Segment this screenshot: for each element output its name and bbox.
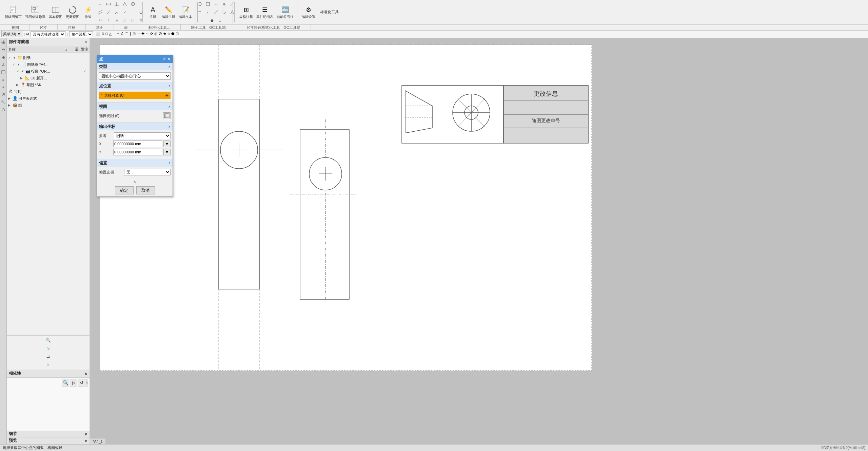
edit-settings-button[interactable]: ⚙ 编辑设置	[300, 1, 317, 24]
dep-refresh-btn[interactable]: ↺	[78, 379, 85, 387]
edit-annotation-button[interactable]: ✏️ 编辑主释	[160, 4, 177, 20]
filter-icon-16[interactable]: ∅	[159, 32, 162, 37]
output-x-input[interactable]	[113, 140, 162, 147]
base-view-button[interactable]: 基本视图	[47, 4, 64, 20]
fl-icon-10[interactable]: ⬡	[0, 107, 6, 113]
dialog-close-icon[interactable]: ✕	[167, 57, 171, 61]
fl-icon-4[interactable]: A	[0, 62, 6, 68]
filter-icon-2[interactable]: ⊕	[101, 32, 104, 37]
update-view-button[interactable]: 更新视图	[64, 4, 81, 20]
dim-btn-11[interactable]: ⊥	[129, 8, 137, 16]
tree-item-drawings[interactable]: ✓ ▼ 📁 图纸	[7, 54, 90, 61]
fl-icon-3[interactable]: ⊕	[0, 54, 6, 60]
filter-icon-4[interactable]: △	[109, 32, 112, 37]
dependencies-header[interactable]: 相依性 ∧	[7, 370, 90, 378]
dim-btn-1[interactable]: ↔	[97, 0, 104, 8]
dialog-type-select[interactable]: 圆弧中心/椭圆中心/球心	[99, 72, 171, 80]
dialog-title-bar[interactable]: 点 ↺ ✕	[97, 55, 173, 63]
fl-icon-6[interactable]: ≡	[0, 77, 6, 83]
fl-icon-8[interactable]: ⏱	[0, 92, 6, 98]
dim-btn-4[interactable]	[121, 0, 129, 8]
sketch-btn-8[interactable]	[212, 8, 220, 16]
filter-select[interactable]: 没有选择过滤器	[31, 31, 65, 37]
tree-expand-7[interactable]: ▶	[8, 104, 12, 107]
select-objects-row[interactable]: * 选择对象 (0) +	[99, 92, 171, 99]
sketch-btn-9[interactable]	[220, 8, 228, 16]
filter-icon-14[interactable]: ⟳	[150, 32, 153, 37]
dim-btn-13[interactable]: ↦	[97, 17, 104, 24]
tree-item-user-expr[interactable]: ▶ 👤 用户表达式	[7, 95, 90, 102]
sketch-btn-2[interactable]	[204, 0, 212, 8]
dialog-cancel-button[interactable]: 取消	[136, 186, 155, 194]
sketch-btn-10[interactable]	[229, 8, 236, 16]
dim-btn-5[interactable]	[129, 0, 137, 8]
dep-forward-btn[interactable]: ▷	[70, 379, 77, 387]
sketch-btn-7[interactable]: ⟨	[204, 8, 212, 16]
dim-btn-15[interactable]: ⊞	[113, 17, 120, 24]
dialog-offset-header[interactable]: 偏置 ∧	[97, 159, 173, 167]
tree-expand-3[interactable]: ▶	[20, 76, 24, 80]
dialog-ok-button[interactable]: 确定	[115, 186, 134, 194]
dialog-view-header[interactable]: 视图 ∧	[97, 103, 173, 110]
quick-button[interactable]: ⚡ 快速	[81, 4, 95, 20]
filter-icon-9[interactable]: ∥	[130, 32, 132, 37]
fl-icon-5[interactable]	[0, 69, 6, 75]
dim-btn-14[interactable]: ↧	[105, 17, 112, 24]
dim-btn-12[interactable]	[137, 8, 145, 16]
parts-list-button[interactable]: ☰ 零件明细表	[255, 4, 275, 20]
sketch-btn-5[interactable]	[229, 0, 236, 8]
output-x-btn[interactable]: ▼	[163, 140, 171, 147]
tree-item-sketch[interactable]: ▶ 📍 草图 *SK...	[7, 81, 90, 88]
select-objects-plus-icon[interactable]: +	[165, 92, 169, 98]
sketch-btn-4[interactable]: ⊕	[220, 0, 228, 8]
dim-btn-3[interactable]	[113, 0, 120, 8]
tree-expand-1[interactable]: ▼	[17, 63, 21, 66]
sidebar-close-btn[interactable]: ✕	[84, 40, 87, 44]
tree-item-c0[interactable]: ▶ 📐 C0 新开...	[7, 75, 90, 81]
table-annotation-button[interactable]: ⊞ 表格注释	[238, 4, 254, 20]
fl-icon-1[interactable]	[0, 39, 6, 45]
details-header[interactable]: 细节 ∨	[7, 431, 90, 437]
dim-btn-6[interactable]: ↕	[137, 0, 145, 8]
sketch-btn-6[interactable]	[196, 8, 203, 16]
tree-item-page[interactable]: ✓ ▼ 📄 图纸页 *A4...	[7, 61, 90, 68]
dialog-type-header[interactable]: 类型 ∧	[97, 63, 173, 70]
tree-item-obsolete[interactable]: ⏱ 过时	[7, 88, 90, 95]
filter-icon-11[interactable]: →	[137, 32, 140, 37]
filter-icon-1[interactable]: ⬜	[96, 32, 100, 37]
menu-label[interactable]: 菜单(M) ▼	[1, 31, 22, 37]
dim-btn-9[interactable]	[113, 8, 120, 16]
filter-icon-15[interactable]: ◎	[154, 32, 158, 37]
filter-icon-5[interactable]: —	[113, 32, 116, 37]
dim-btn-8[interactable]	[105, 8, 112, 16]
sb-swap-icon[interactable]: ⇄	[45, 353, 52, 360]
dialog-point-location-header[interactable]: 点位置 ∧	[97, 82, 173, 90]
fl-icon-9[interactable]: 🔧	[0, 99, 6, 105]
filter-icon-19[interactable]: ⬟	[171, 32, 175, 37]
dim-btn-18[interactable]: ⊕	[137, 17, 145, 24]
dim-btn-17[interactable]: ▷	[129, 17, 137, 24]
preview-header[interactable]: 预览 ∨	[7, 437, 90, 444]
canvas-tab[interactable]: *A4_1	[90, 438, 105, 444]
tree-expand-2[interactable]: ▼	[21, 70, 25, 73]
dim-btn-10[interactable]: ∠	[121, 8, 129, 16]
filter-icon-6[interactable]: ~	[117, 32, 119, 37]
filter-icon-3[interactable]: □	[105, 32, 108, 37]
canvas-area[interactable]: 更改信息 随图更改单号 点 ↺ ✕ 类型 ∧	[90, 38, 868, 444]
output-y-input[interactable]	[113, 149, 162, 155]
sketch-btn-1[interactable]	[196, 0, 203, 8]
edit-text-button[interactable]: 📝 编辑文本	[177, 4, 194, 20]
sketch-btn-11[interactable]: ⬟	[208, 17, 216, 24]
dim-btn-2[interactable]	[105, 0, 112, 8]
annotation-button[interactable]: A 注释	[146, 4, 160, 20]
offset-option-select[interactable]: 无	[124, 169, 171, 175]
tree-expand-6[interactable]: ▶	[8, 97, 12, 100]
filter-icon-17[interactable]: ★	[163, 32, 166, 37]
dialog-output-coords-header[interactable]: 输出坐标 ∧	[97, 123, 173, 130]
output-ref-select[interactable]: 图纸	[114, 132, 171, 139]
select-view-btn[interactable]	[163, 112, 171, 119]
filter-icon-13[interactable]: ←	[145, 32, 149, 37]
filter-icon-8[interactable]: ⌒	[125, 32, 129, 37]
tree-expand-4[interactable]: ▶	[16, 83, 20, 87]
tree-item-group[interactable]: ▶ 📦 组	[7, 102, 90, 109]
